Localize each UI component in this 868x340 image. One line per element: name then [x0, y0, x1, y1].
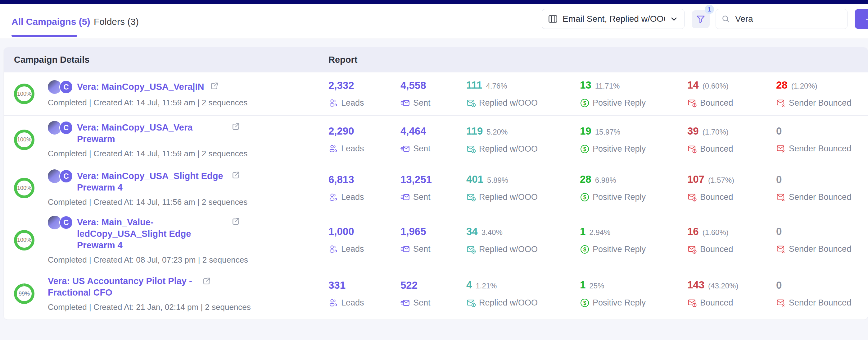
- replied-label: Replied w/OOO: [479, 98, 538, 108]
- top-navy-bar: [0, 0, 868, 4]
- leads-label: Leads: [341, 98, 364, 108]
- sent-count: 4,464: [400, 126, 426, 136]
- bounced-percent: (1.60%): [703, 228, 728, 237]
- positive-reply-icon: [580, 192, 590, 202]
- sent-count: 4,558: [400, 80, 426, 90]
- client-avatar: C: [59, 169, 73, 183]
- campaign-meta: Completed | Created At: 14 Jul, 11:59 am…: [48, 98, 247, 108]
- external-link-icon[interactable]: [202, 277, 211, 286]
- search-input[interactable]: [716, 9, 847, 29]
- table-row[interactable]: 100% C Vera: MainCopy_USA_Vera Prewarm C…: [4, 116, 868, 164]
- bounced-icon: [687, 98, 697, 108]
- sent-label: Sent: [413, 144, 431, 153]
- bounced-label: Bounced: [700, 245, 733, 254]
- leads-label: Leads: [341, 144, 364, 153]
- active-tab-underline: [11, 35, 77, 37]
- progress-ring: 100%: [14, 230, 34, 251]
- column-select-label: Email Sent, Replied w/OOO...: [562, 14, 665, 24]
- positive-reply-count: 1: [580, 280, 586, 290]
- replied-ooo-icon: [466, 192, 476, 202]
- header-report: Report: [329, 55, 357, 65]
- replied-count: 4: [466, 280, 472, 290]
- campaign-meta: Completed | Created At: 08 Jul, 07:23 pm…: [48, 255, 248, 265]
- sender-bounced-label: Sender Bounced: [789, 192, 851, 202]
- sent-label: Sent: [413, 244, 431, 254]
- progress-ring: 100%: [14, 84, 34, 104]
- client-avatar: C: [59, 216, 73, 229]
- sender-bounced-icon: [776, 244, 786, 254]
- tab-folders[interactable]: Folders (3): [94, 17, 139, 27]
- leads-count: 2,332: [329, 80, 354, 90]
- progress-ring: 100%: [14, 178, 34, 198]
- sent-icon: [400, 244, 410, 254]
- external-link-icon[interactable]: [231, 122, 240, 132]
- sent-count: 13,251: [400, 174, 432, 185]
- replied-ooo-icon: [466, 298, 476, 308]
- campaign-name-link[interactable]: Vera: MainCopy_USA_Vera Prewarm: [77, 122, 225, 145]
- campaign-name-link[interactable]: Vera: US Accountancy Pilot Play - Fracti…: [48, 275, 196, 299]
- leads-label: Leads: [341, 298, 364, 308]
- external-link-icon[interactable]: [210, 81, 219, 91]
- replied-label: Replied w/OOO: [479, 298, 538, 308]
- campaign-name-link[interactable]: Vera: MainCopy_USA_Vera|IN: [77, 81, 204, 93]
- progress-value: 99%: [17, 286, 32, 301]
- positive-reply-count: 13: [580, 80, 591, 90]
- campaign-name-link[interactable]: Vera: MainCopy_USA_Slight Edge Prewarm 4: [77, 170, 225, 193]
- replied-percent: 1.21%: [475, 282, 497, 290]
- table-row[interactable]: 100% C Vera: MainCopy_USA_Vera|IN Comple…: [4, 73, 868, 116]
- filter-count-badge: 1: [705, 5, 714, 14]
- replied-count: 119: [466, 126, 483, 136]
- progress-ring: 99%: [14, 283, 34, 304]
- bounced-count: 14: [687, 80, 699, 90]
- positive-reply-percent: 15.97%: [595, 128, 620, 136]
- external-link-icon[interactable]: [231, 217, 240, 226]
- progress-value: 100%: [17, 133, 32, 147]
- positive-reply-label: Positive Reply: [593, 192, 646, 202]
- sent-count: 522: [400, 280, 417, 290]
- sent-label: Sent: [413, 98, 431, 108]
- progress-value: 100%: [17, 86, 32, 101]
- replied-percent: 4.76%: [486, 82, 507, 90]
- positive-reply-icon: [580, 98, 590, 108]
- positive-reply-icon: [580, 144, 590, 154]
- filter-icon: [695, 14, 706, 25]
- sent-label: Sent: [413, 192, 431, 202]
- sent-icon: [400, 144, 410, 153]
- replied-label: Replied w/OOO: [479, 192, 538, 202]
- bounced-percent: (0.60%): [703, 82, 728, 90]
- leads-count: 2,290: [329, 126, 354, 136]
- leads-icon: [329, 192, 338, 202]
- external-link-icon[interactable]: [231, 171, 240, 180]
- add-campaign-button[interactable]: +: [855, 9, 868, 29]
- column-select-dropdown[interactable]: Email Sent, Replied w/OOO...: [542, 9, 685, 29]
- sent-count: 1,965: [400, 226, 426, 236]
- columns-icon: [548, 14, 558, 24]
- sender-bounced-label: Sender Bounced: [789, 144, 851, 153]
- campaign-name-link[interactable]: Vera: Main_Value-ledCopy_USA_Slight Edge…: [77, 217, 225, 251]
- table-row[interactable]: 100% C Vera: MainCopy_USA_Slight Edge Pr…: [4, 164, 868, 212]
- chevron-down-icon: [669, 14, 679, 24]
- replied-percent: 5.89%: [487, 176, 508, 185]
- positive-reply-count: 19: [580, 126, 591, 136]
- tab-all-campaigns[interactable]: All Campaigns (5): [11, 17, 90, 27]
- client-avatar: C: [59, 80, 73, 94]
- sender-bounced-label: Sender Bounced: [789, 244, 851, 254]
- positive-reply-percent: 25%: [589, 282, 604, 290]
- sender-bounced-icon: [776, 98, 786, 108]
- table-row[interactable]: 100% C Vera: Main_Value-ledCopy_USA_Slig…: [4, 212, 868, 268]
- replied-ooo-icon: [466, 98, 476, 108]
- positive-reply-icon: [580, 245, 590, 254]
- table-row[interactable]: 99% Vera: US Accountancy Pilot Play - Fr…: [4, 268, 868, 319]
- positive-reply-percent: 6.98%: [595, 176, 616, 185]
- positive-reply-label: Positive Reply: [593, 298, 646, 308]
- replied-ooo-icon: [466, 245, 476, 254]
- positive-reply-label: Positive Reply: [593, 144, 646, 154]
- sender-bounced-icon: [776, 144, 786, 153]
- positive-reply-icon: [580, 298, 590, 308]
- sender-bounced-count: 0: [776, 280, 782, 290]
- replied-ooo-icon: [466, 144, 476, 154]
- campaign-table: Campaign Details Report 100% C Vera: Mai…: [4, 47, 868, 319]
- bounced-icon: [687, 245, 697, 254]
- bounced-icon: [687, 298, 697, 308]
- leads-count: 6,813: [329, 174, 354, 185]
